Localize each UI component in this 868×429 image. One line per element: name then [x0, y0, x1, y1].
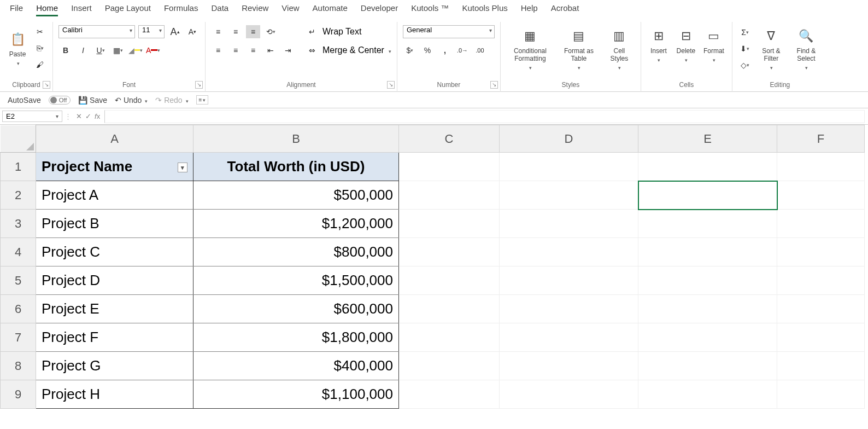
- col-header-a[interactable]: A: [36, 125, 193, 153]
- cell-b4[interactable]: $800,000: [193, 238, 399, 266]
- cell-e9[interactable]: [638, 380, 777, 409]
- dialog-launcher-icon[interactable]: ↘: [195, 81, 203, 89]
- dialog-launcher-icon[interactable]: ↘: [490, 81, 498, 89]
- select-all-corner[interactable]: [1, 125, 36, 153]
- cell-e1[interactable]: [638, 153, 777, 181]
- name-box[interactable]: E2: [2, 111, 62, 122]
- borders-button[interactable]: ▦: [111, 44, 125, 57]
- cell-e8[interactable]: [638, 352, 777, 380]
- grow-font-button[interactable]: A▴: [168, 25, 182, 38]
- clear-button[interactable]: ◇: [738, 59, 752, 72]
- menu-developer[interactable]: Developer: [361, 3, 398, 16]
- find-select-button[interactable]: 🔍Find & Select: [790, 25, 822, 72]
- copy-button[interactable]: ⎘: [33, 42, 47, 55]
- menu-kutools[interactable]: Kutools ™: [411, 3, 449, 16]
- cell-f5[interactable]: [777, 266, 865, 295]
- cell-c5[interactable]: [399, 266, 500, 295]
- cell-b2[interactable]: $500,000: [193, 181, 399, 210]
- cell-d3[interactable]: [500, 210, 638, 238]
- menu-automate[interactable]: Automate: [313, 3, 348, 16]
- menu-acrobat[interactable]: Acrobat: [551, 3, 579, 16]
- accounting-format-button[interactable]: $: [403, 44, 417, 57]
- filter-dropdown-icon[interactable]: ▾: [178, 163, 187, 172]
- cell-b5[interactable]: $1,500,000: [193, 266, 399, 295]
- row-header-9[interactable]: 9: [1, 380, 36, 409]
- col-header-e[interactable]: E: [638, 125, 777, 153]
- cell-b9[interactable]: $1,100,000: [193, 380, 399, 409]
- cell-d4[interactable]: [500, 238, 638, 266]
- cell-d6[interactable]: [500, 295, 638, 323]
- menu-help[interactable]: Help: [521, 3, 538, 16]
- cell-b3[interactable]: $1,200,000: [193, 210, 399, 238]
- cell-c6[interactable]: [399, 295, 500, 323]
- cut-button[interactable]: ✂: [33, 25, 47, 38]
- format-as-table-button[interactable]: ▤Format as Table: [558, 25, 600, 72]
- cell-c2[interactable]: [399, 181, 500, 210]
- indent-increase-button[interactable]: ⇥: [281, 44, 295, 57]
- redo-button[interactable]: ↷ Redo: [155, 96, 188, 105]
- paste-dropdown-icon[interactable]: [16, 59, 20, 67]
- autosum-button[interactable]: Σ: [738, 26, 752, 39]
- font-color-button[interactable]: A: [146, 44, 160, 57]
- cell-e3[interactable]: [638, 210, 777, 238]
- percent-button[interactable]: %: [420, 44, 435, 57]
- cell-f2[interactable]: [777, 181, 865, 210]
- cell-e4[interactable]: [638, 238, 777, 266]
- orientation-button[interactable]: ⟲: [263, 25, 278, 38]
- number-format-combo[interactable]: General: [403, 25, 495, 38]
- cell-c7[interactable]: [399, 323, 500, 352]
- italic-button[interactable]: I: [76, 44, 90, 57]
- cell-a7[interactable]: Project F: [36, 323, 193, 352]
- cell-d5[interactable]: [500, 266, 638, 295]
- menu-home[interactable]: Home: [36, 3, 58, 16]
- indent-decrease-button[interactable]: ⇤: [263, 44, 278, 57]
- underline-button[interactable]: U: [93, 44, 108, 57]
- cell-styles-button[interactable]: ▥Cell Styles: [603, 25, 635, 72]
- row-header-8[interactable]: 8: [1, 352, 36, 380]
- menu-review[interactable]: Review: [242, 3, 268, 16]
- merge-center-button[interactable]: ⇔Merge & Center: [305, 44, 391, 57]
- cell-a3[interactable]: Project B: [36, 210, 193, 238]
- format-cells-button[interactable]: ▭Format: [701, 25, 726, 65]
- menu-pagelayout[interactable]: Page Layout: [105, 3, 151, 16]
- cell-b6[interactable]: $600,000: [193, 295, 399, 323]
- col-header-c[interactable]: C: [399, 125, 500, 153]
- row-header-2[interactable]: 2: [1, 181, 36, 210]
- comma-button[interactable]: ,: [438, 44, 452, 57]
- align-right-button[interactable]: ≡: [246, 44, 260, 57]
- cell-d7[interactable]: [500, 323, 638, 352]
- menu-kutoolsplus[interactable]: Kutools Plus: [462, 3, 507, 16]
- col-header-b[interactable]: B: [193, 125, 399, 153]
- cell-d2[interactable]: [500, 181, 638, 210]
- cell-f7[interactable]: [777, 323, 865, 352]
- insert-cells-button[interactable]: ⊞Insert: [647, 25, 671, 65]
- cell-a8[interactable]: Project G: [36, 352, 193, 380]
- cell-d9[interactable]: [500, 380, 638, 409]
- cell-f4[interactable]: [777, 238, 865, 266]
- font-size-combo[interactable]: 11: [138, 25, 165, 38]
- format-painter-button[interactable]: 🖌: [33, 58, 47, 71]
- dialog-launcher-icon[interactable]: ↘: [387, 81, 395, 89]
- menu-formulas[interactable]: Formulas: [164, 3, 198, 16]
- cell-d8[interactable]: [500, 352, 638, 380]
- row-header-6[interactable]: 6: [1, 295, 36, 323]
- row-header-4[interactable]: 4: [1, 238, 36, 266]
- conditional-formatting-button[interactable]: ▦Conditional Formatting: [506, 25, 554, 72]
- align-center-button[interactable]: ≡: [228, 44, 243, 57]
- cell-f1[interactable]: [777, 153, 865, 181]
- sort-filter-button[interactable]: ᐁSort & Filter: [755, 25, 787, 72]
- menu-view[interactable]: View: [281, 3, 299, 16]
- wrap-text-button[interactable]: ↵Wrap Text: [305, 25, 391, 38]
- fx-icon[interactable]: fx: [95, 112, 100, 120]
- font-name-combo[interactable]: Calibri: [58, 25, 135, 38]
- align-top-button[interactable]: ≡: [211, 25, 225, 38]
- dialog-launcher-icon[interactable]: ↘: [43, 81, 50, 89]
- row-header-7[interactable]: 7: [1, 323, 36, 352]
- cell-c9[interactable]: [399, 380, 500, 409]
- cell-b8[interactable]: $400,000: [193, 352, 399, 380]
- cell-c3[interactable]: [399, 210, 500, 238]
- fill-button[interactable]: ⬇: [738, 42, 752, 55]
- menu-insert[interactable]: Insert: [71, 3, 92, 16]
- increase-decimal-button[interactable]: .0→: [455, 44, 470, 57]
- qat-customize-icon[interactable]: ≡: [196, 95, 209, 105]
